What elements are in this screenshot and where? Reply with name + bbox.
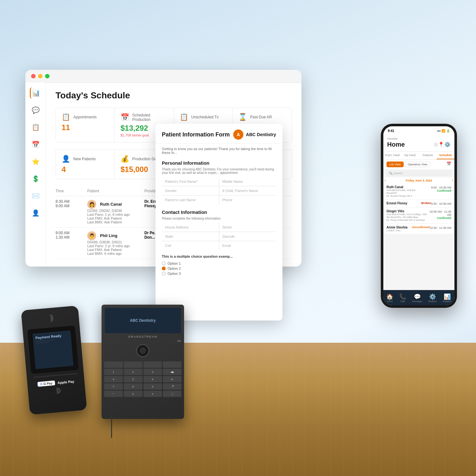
voip-key-headset[interactable]: 🎧 bbox=[163, 391, 182, 397]
location-icon[interactable]: 📍 bbox=[438, 142, 444, 148]
voip-key-5[interactable]: 5 bbox=[124, 376, 142, 382]
phone-search[interactable]: 🔍 Search bbox=[387, 170, 451, 176]
voip-key-softkey4[interactable] bbox=[163, 361, 182, 368]
voip-key-9[interactable]: 9 bbox=[143, 383, 162, 390]
bottom-nav-modules[interactable]: ⚙️Modules bbox=[428, 293, 436, 302]
field-zipcode[interactable]: Zipcode bbox=[219, 232, 276, 241]
field-middle-name[interactable]: Middle Name bbox=[219, 177, 276, 186]
field-parent-last-name[interactable]: Parent's Last Name bbox=[162, 195, 219, 204]
radio-option3[interactable]: Option 3 bbox=[162, 272, 276, 275]
field-email[interactable]: Email bbox=[219, 241, 276, 250]
field-state[interactable]: State bbox=[162, 232, 219, 241]
field-street[interactable]: Street bbox=[219, 223, 276, 232]
field-house-address[interactable]: House Address bbox=[162, 223, 219, 232]
form-logo: A ABC Dentistry bbox=[233, 129, 276, 140]
voip-key-nav[interactable]: ⊙ bbox=[163, 376, 182, 382]
field-first-name[interactable]: Patient's First Name* bbox=[162, 177, 219, 186]
phone-location: Houston bbox=[387, 137, 451, 140]
new-patients-label: New Patients bbox=[73, 157, 96, 161]
sidebar-item-patients[interactable]: 📋 bbox=[30, 122, 41, 133]
phone-header: Houston Home ⊞ 📍 ⚙️ bbox=[383, 135, 454, 152]
row1-patient[interactable]: 👩 Ruth Canal D2392, D9292, D3030Last Pan… bbox=[87, 199, 144, 224]
field-cell[interactable]: Cell bbox=[162, 241, 219, 250]
field-parent-name[interactable]: If Child, Parent's Name bbox=[219, 186, 276, 195]
operatory-view-button[interactable]: Operatory View bbox=[405, 162, 430, 167]
voip-screen-text: ABC Dentistry bbox=[130, 318, 155, 323]
new-patients-value: 4 bbox=[62, 165, 109, 174]
grid-icon[interactable]: ⊞ bbox=[434, 142, 438, 148]
radio-label-2: Option 2 bbox=[168, 267, 181, 270]
bottom-nav-calls[interactable]: 📞Calls bbox=[399, 293, 406, 302]
bottom-nav-messages[interactable]: 💬Messages bbox=[412, 293, 422, 302]
voip-speaker bbox=[136, 344, 149, 357]
field-phone[interactable]: Phone bbox=[219, 195, 276, 204]
sidebar-item-star[interactable]: ⭐ bbox=[30, 156, 41, 167]
terminal-screen: Payment Ready bbox=[27, 326, 79, 374]
calendar-view-button[interactable]: 📅 bbox=[446, 162, 451, 167]
dollar-icon: 💲 bbox=[32, 175, 40, 182]
voip-phone: ABC Dentistry GRANDSTREAM HD 1 2 3 ◀▶ 4 … bbox=[102, 305, 184, 419]
multiple-choice-label: This is a multiple choice question examp… bbox=[155, 252, 282, 260]
voip-key-star[interactable]: * bbox=[104, 391, 123, 397]
appt-status-ernest: Broken bbox=[421, 202, 431, 205]
star-icon: ⭐ bbox=[32, 158, 40, 165]
phone-appt-ruth[interactable]: Ruth Canal #18-MbChTmMc, #29-BV-RecDrPh … bbox=[383, 183, 454, 200]
appt-status-ruth: Confirmed bbox=[437, 189, 451, 192]
contact-section-title: Contact Information bbox=[155, 207, 282, 217]
patient-form-panel: Patient Information Form A ABC Dentistry… bbox=[155, 124, 282, 321]
voip-key-hash[interactable]: # bbox=[143, 391, 162, 397]
voip-key-mute[interactable]: 🎤 bbox=[163, 383, 182, 390]
field-gender[interactable]: Gender bbox=[162, 186, 219, 195]
appt-time-ginger: 10:30 AM - 11:30 AM bbox=[428, 210, 451, 216]
radio-dot-3 bbox=[162, 272, 166, 275]
voip-key-1[interactable]: 1 bbox=[104, 369, 123, 375]
voip-key-3[interactable]: 3 bbox=[143, 369, 162, 375]
voip-key-2[interactable]: 2 bbox=[124, 369, 142, 375]
sidebar-item-messages[interactable]: 💬 bbox=[30, 104, 41, 116]
voip-key-8[interactable]: 8 bbox=[124, 383, 142, 390]
voip-key-7[interactable]: 7 bbox=[104, 383, 123, 390]
sidebar-item-calendar[interactable]: 📅 bbox=[30, 139, 41, 150]
voip-cord bbox=[111, 416, 112, 438]
tab-pract-feed[interactable]: Pract. Feed bbox=[383, 152, 401, 159]
voip-key-softkey1[interactable] bbox=[104, 361, 123, 368]
list-view-button[interactable]: List View bbox=[387, 162, 404, 167]
appt-name-ginger: Ginger Vitis bbox=[387, 209, 428, 213]
next-date-button[interactable]: › bbox=[452, 179, 453, 182]
phone-appt-ernest[interactable]: Ernest Flossy 9:30 - 10:30 AM Broken bbox=[383, 200, 454, 208]
phone-appt-annie[interactable]: Annie Steshia LTDEX, Pec... 10:30 - 11:3… bbox=[383, 224, 454, 234]
tab-my-feed[interactable]: My Feed bbox=[401, 152, 419, 159]
voip-key-vol[interactable]: ◀▶ bbox=[163, 369, 182, 375]
sidebar-item-profile[interactable]: 👤 bbox=[30, 207, 41, 219]
unscheduled-tx-label: Unscheduled Tx bbox=[191, 115, 219, 119]
contact-section-sub: Please complete the following informatio… bbox=[155, 217, 282, 223]
phone-appt-ginger[interactable]: Ginger Vitis #10-MbChTmMc, #21-CrvlRgc, … bbox=[383, 208, 454, 224]
sidebar-item-billing[interactable]: 💲 bbox=[30, 173, 41, 184]
traffic-light-yellow[interactable] bbox=[38, 74, 43, 78]
form-title: Patient Information Form bbox=[162, 131, 230, 138]
form-header: Patient Information Form A ABC Dentistry bbox=[155, 124, 282, 144]
voip-key-softkey2[interactable] bbox=[124, 361, 142, 368]
tab-schedule[interactable]: Schedule bbox=[437, 152, 454, 159]
sidebar-item-email[interactable]: ✉️ bbox=[30, 190, 41, 202]
radio-option1[interactable]: Option 1 bbox=[162, 261, 276, 265]
radio-option2[interactable]: Option 2 bbox=[162, 267, 276, 270]
traffic-light-red[interactable] bbox=[31, 74, 36, 78]
voip-key-4[interactable]: 4 bbox=[104, 376, 123, 382]
settings-icon[interactable]: ⚙️ bbox=[444, 142, 451, 148]
tab-patients[interactable]: Patients bbox=[419, 152, 437, 159]
sidebar: 📊 💬 📋 📅 ⭐ 💲 ✉️ 👤 bbox=[25, 83, 46, 267]
row2-patient[interactable]: 👨 Phil Ling D5499, D3838, D0021Last Pano… bbox=[87, 231, 144, 255]
phone-appointments: Ruth Canal #18-MbChTmMc, #29-BV-RecDrPh … bbox=[383, 183, 454, 234]
patient-avatar-ruth: 👩 bbox=[87, 200, 96, 209]
voip-brand: GRANDSTREAM bbox=[102, 335, 184, 338]
voip-key-6[interactable]: 6 bbox=[143, 376, 162, 382]
bottom-nav-home[interactable]: 🏠Home bbox=[386, 293, 393, 302]
sidebar-item-dashboard[interactable]: 📊 bbox=[30, 87, 41, 99]
voip-key-0[interactable]: 0 bbox=[124, 391, 142, 397]
voip-key-softkey3[interactable] bbox=[143, 361, 162, 368]
appt-detail-ruth: #18-MbChTmMc, #29-BV-RecDrPh bbox=[387, 189, 421, 195]
appt-name-ernest: Ernest Flossy bbox=[387, 202, 407, 205]
bottom-nav-analytics[interactable]: 📊Analytics bbox=[443, 293, 452, 302]
traffic-light-green[interactable] bbox=[45, 74, 50, 78]
